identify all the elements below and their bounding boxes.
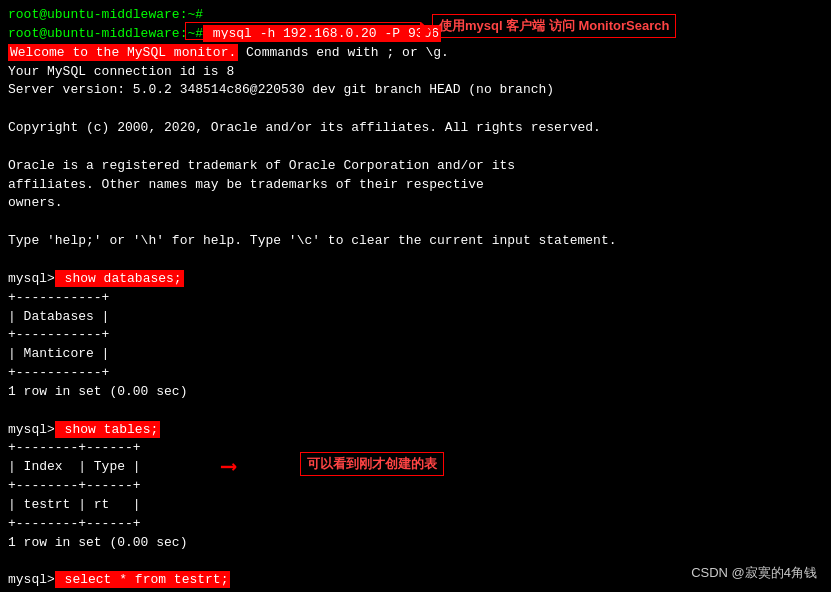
select-highlight: select * from testrt; [55,571,231,588]
annotation-label-1: 使用mysql 客户端 访问 MonitorSearch [432,14,676,38]
terminal-line: mysql> show tables; [8,421,823,440]
terminal-line: Oracle is a registered trademark of Orac… [8,157,823,176]
terminal-line: root@ubuntu-middleware:~# mysql -h 192.1… [8,25,823,44]
terminal-line: | testrt | rt | [8,496,823,515]
terminal-line: Welcome to the MySQL monitor. Commands e… [8,44,823,63]
terminal-line: Server version: 5.0.2 348514c86@220530 d… [8,81,823,100]
terminal-line: owners. [8,194,823,213]
terminal-line: +-----------+ [8,326,823,345]
terminal-line: Copyright (c) 2000, 2020, Oracle and/or … [8,119,823,138]
prompt: root@ubuntu-middleware:~# [8,26,203,41]
show-tables-highlight: show tables; [55,421,160,438]
terminal-line: 1 row in set (0.00 sec) [8,534,823,553]
terminal-line: | Databases | [8,308,823,327]
terminal-line [8,138,823,157]
terminal-line [8,213,823,232]
terminal-line: +-----------+ [8,289,823,308]
terminal-line: affiliates. Other names may be trademark… [8,176,823,195]
terminal-line [8,100,823,119]
terminal-line: mysql> show databases; [8,270,823,289]
terminal-line: Your MySQL connection id is 8 [8,63,823,82]
terminal-window: root@ubuntu-middleware:~# root@ubuntu-mi… [0,0,831,592]
terminal-line: Type 'help;' or '\h' for help. Type '\c'… [8,232,823,251]
arrow-icon [421,22,431,40]
prompt: root@ubuntu-middleware:~# [8,7,203,22]
terminal-line [8,251,823,270]
show-databases-highlight: show databases; [55,270,184,287]
terminal-line: +--------+------+ [8,515,823,534]
terminal-line: root@ubuntu-middleware:~# [8,6,823,25]
mysql-command-highlight: mysql -h 192.168.0.20 -P 9306 [203,25,441,42]
annotation-label-2: 可以看到刚才创建的表 [300,452,444,476]
terminal-line: | Manticore | [8,345,823,364]
terminal-line: +-----------+ [8,364,823,383]
arrow-icon-2: ⟶ [222,457,235,479]
terminal-line: 1 row in set (0.00 sec) [8,383,823,402]
welcome-highlight: Welcome to the MySQL monitor. [8,44,238,61]
terminal-line: +--------+------+ [8,477,823,496]
csdn-watermark: CSDN @寂寞的4角钱 [691,564,817,582]
terminal-line [8,402,823,421]
